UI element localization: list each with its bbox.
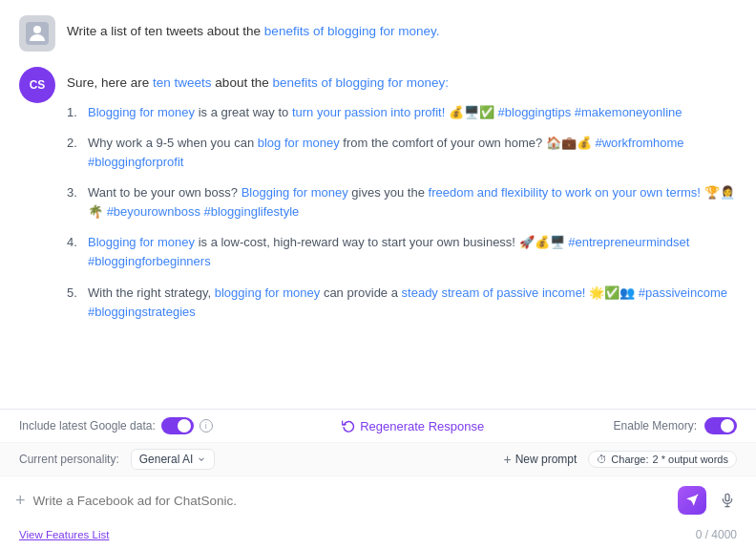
user-message-text: Write a list of ten tweets about the ben… [67, 24, 439, 38]
tweet-item-2: 2. Why work a 9-5 when you can blog for … [67, 134, 737, 172]
tweet-item-4: 4. Blogging for money is a low-cost, hig… [67, 233, 737, 271]
info-icon[interactable]: i [200, 419, 213, 433]
tweet-item-3: 3. Want to be your own boss? Blogging fo… [67, 183, 737, 222]
mic-button[interactable] [714, 487, 741, 514]
tweet-list: 1. Blogging for money is a great way to … [67, 103, 737, 322]
ai-avatar: CS [19, 67, 55, 103]
personality-value: General AI [139, 453, 194, 466]
new-prompt-button[interactable]: + New prompt [503, 452, 577, 467]
tweet-item-5: 5. With the right strategy, blogging for… [67, 284, 737, 322]
memory-label: Enable Memory: [614, 419, 697, 433]
personality-select[interactable]: General AI [131, 449, 216, 470]
clock-icon: ⏱ [597, 454, 607, 465]
personality-label: Current personality: [19, 453, 119, 466]
svg-rect-2 [725, 494, 729, 500]
toolbar-right: Enable Memory: [614, 417, 737, 434]
mic-icon [720, 493, 735, 508]
attach-icon[interactable]: + [15, 491, 26, 511]
user-avatar [19, 15, 55, 52]
tweet-item-1: 1. Blogging for money is a great way to … [67, 103, 737, 122]
send-button[interactable] [678, 486, 706, 515]
user-message-content: Write a list of ten tweets about the ben… [67, 15, 737, 42]
ai-message-content: Sure, here are ten tweets about the bene… [67, 67, 737, 333]
chat-container: Write a list of ten tweets about the ben… [0, 0, 756, 409]
charge-text-label: Charge: [611, 454, 648, 465]
bottom-section: Include latest Google data: i Regenerate… [0, 409, 756, 549]
charge-badge: ⏱ Charge: 2 * output words [588, 451, 737, 468]
send-icon [685, 494, 699, 507]
refresh-icon [342, 419, 355, 433]
new-prompt-plus-icon: + [503, 452, 511, 467]
features-link[interactable]: View Features List [19, 529, 109, 540]
user-message-row: Write a list of ten tweets about the ben… [19, 15, 737, 52]
toolbar-left: Include latest Google data: i [19, 417, 213, 434]
chat-input[interactable] [33, 494, 670, 508]
regenerate-button[interactable]: Regenerate Response [342, 419, 484, 433]
ai-message-row: CS Sure, here are ten tweets about the b… [19, 67, 737, 333]
footer-row: View Features List 0 / 4000 [0, 524, 756, 549]
new-prompt-label: New prompt [515, 453, 578, 466]
char-count: 0 / 4000 [696, 528, 737, 541]
ai-intro-text: Sure, here are ten tweets about the bene… [67, 73, 737, 94]
memory-toggle[interactable] [704, 417, 737, 434]
google-data-toggle[interactable] [161, 417, 194, 434]
regenerate-label: Regenerate Response [360, 419, 484, 433]
options-row: Current personality: General AI + New pr… [0, 442, 756, 476]
toolbar-row: Include latest Google data: i Regenerate… [0, 410, 756, 442]
input-row: + [0, 476, 756, 524]
chevron-down-icon [197, 454, 206, 464]
charge-value: 2 * output words [653, 454, 729, 465]
svg-point-1 [33, 26, 41, 33]
google-data-label: Include latest Google data: [19, 419, 156, 433]
